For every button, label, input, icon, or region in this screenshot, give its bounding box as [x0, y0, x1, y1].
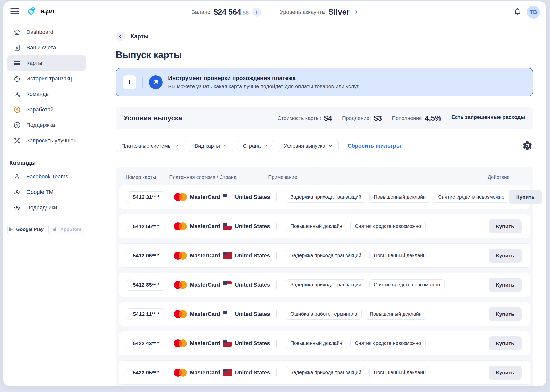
us-flag-icon [223, 252, 232, 259]
note-tag: Снятие средств невозможно [350, 338, 426, 349]
table-row: 5412 85** * MasterCard United States Зад… [119, 273, 530, 297]
sidebar-item-support[interactable]: Поддержка [7, 118, 86, 133]
country-label: United States [235, 370, 270, 376]
card-number-chip: 5422 05** * [127, 367, 165, 378]
country-cell: United States [223, 223, 274, 230]
table-header: Номер карты Платежная система / Страна П… [119, 167, 530, 185]
sidebar-item-accounts[interactable]: Ваши счета [7, 40, 86, 56]
store-button-label: Google Play [16, 227, 44, 232]
breadcrumb-label[interactable]: Карты [131, 33, 149, 40]
card-table: Номер карты Платежная система / Страна П… [116, 167, 533, 386]
card-number-chip: 5412 11** * [127, 308, 165, 320]
filter-country[interactable]: Страна [237, 140, 274, 152]
sidebar-item-dashboard[interactable]: Dashboard [7, 24, 86, 40]
sidebar-item-google-tm[interactable]: Google TM [7, 184, 86, 200]
breadcrumb: Карты [116, 32, 533, 41]
balance-value: $24 564 [214, 8, 241, 17]
mastercard-icon [174, 340, 187, 348]
topup-button[interactable]: + [252, 8, 261, 17]
dollar-circle-icon [14, 106, 21, 114]
country-cell: United States [223, 369, 274, 376]
buy-button[interactable]: Купить [489, 366, 522, 380]
card-table-body: 5412 31** * MasterCard United States Зад… [119, 185, 530, 385]
gear-icon[interactable] [522, 140, 533, 152]
payment-check-banner[interactable]: + Инструмент проверки прохождения платеж… [116, 68, 533, 96]
sidebar-item-teams[interactable]: Команды [7, 86, 86, 102]
balance-group: Баланс $24 564 .58 + [192, 2, 261, 23]
sidebar-divider [4, 152, 90, 152]
payment-system-label: MasterCard [190, 282, 220, 288]
us-flag-icon [223, 369, 232, 376]
logo-icon [26, 6, 38, 17]
note-tag: Повышенный деклайн [286, 338, 347, 349]
page-title: Выпуск карты [116, 50, 533, 60]
payment-system-cell: MasterCard [174, 252, 223, 260]
country-label: United States [235, 340, 270, 347]
sidebar-item-request-improvement[interactable]: Запросить улучшен... [7, 133, 86, 148]
buy-button[interactable]: Купить [489, 307, 522, 321]
sidebar-item-facebook-teams[interactable]: Facebook Teams [7, 169, 86, 184]
payment-system-label: MasterCard [190, 340, 220, 347]
sidebar-item-label: Ваши счета [26, 44, 56, 51]
country-cell: United States [223, 252, 274, 259]
country-cell: United States [223, 311, 274, 318]
main-content: Карты Выпуск карты + Инструмент проверки… [90, 23, 546, 386]
sidebar-item-cards[interactable]: Карты [7, 56, 86, 71]
note-tag: Задержка прихода транзакций [286, 192, 366, 203]
buy-button[interactable]: Купить [489, 336, 522, 350]
bell-icon[interactable] [512, 8, 522, 18]
mastercard-icon [174, 310, 187, 318]
note-tags: Ошибка в работе терминалаПовышенный декл… [286, 309, 426, 320]
app-logo[interactable]: e.pn [26, 6, 54, 17]
filter-card-type[interactable]: Вид карты [189, 140, 233, 152]
row-divider [276, 310, 277, 318]
table-row: 5422 43** * MasterCard United States Пов… [119, 331, 530, 356]
filter-issue-conditions[interactable]: Условия выпуска [278, 140, 338, 152]
balance-label: Баланс [192, 9, 210, 16]
sidebar-item-contractors[interactable]: Подрядчики [7, 200, 86, 216]
avatar[interactable]: TB [527, 6, 540, 19]
banner-add-button[interactable]: + [123, 76, 136, 89]
chevron-down-icon [328, 144, 333, 148]
row-divider [276, 223, 277, 230]
buy-button[interactable]: Купить [489, 220, 522, 234]
card-number-chip: 5412 06** * [127, 250, 165, 262]
card-number-chip: 5422 43** * [127, 338, 165, 349]
store-button-label: AppStore [60, 227, 82, 232]
sidebar-item-label: Dashboard [26, 29, 54, 36]
payment-system-cell: MasterCard [174, 369, 223, 377]
google-play-button[interactable]: Google Play [8, 224, 44, 235]
buy-button[interactable]: Купить [489, 249, 522, 263]
appstore-button[interactable]: AppStore [48, 224, 86, 235]
payment-system-cell: MasterCard [174, 310, 223, 318]
history-icon [14, 75, 21, 82]
sidebar: Dashboard Ваши счета Карты История транз… [4, 24, 90, 235]
note-tags: Повышенный деклайнСнятие средств невозмо… [286, 338, 426, 349]
sidebar-item-label: Google TM [26, 189, 54, 196]
column-header-note: Примечание [268, 174, 297, 180]
balance-cents: .58 [241, 10, 249, 16]
forbidden-expenses-link[interactable]: Есть запрещенные расходы [452, 114, 525, 122]
sidebar-item-label: Запросить улучшен... [26, 138, 81, 144]
note-tag: Повышенный деклайн [365, 309, 426, 320]
buy-button[interactable]: Купить [489, 278, 522, 292]
filter-payment-systems[interactable]: Платежные системы [116, 140, 185, 152]
reset-filters-link[interactable]: Сбросить фильтры [348, 143, 401, 149]
payment-system-label: MasterCard [190, 252, 220, 259]
back-button[interactable] [116, 32, 125, 41]
chevron-down-icon [223, 144, 228, 148]
sidebar-item-history[interactable]: История транзакц... [7, 71, 86, 86]
menu-icon[interactable] [10, 8, 20, 15]
payment-system-label: MasterCard [190, 370, 220, 376]
card-number-chip: 5412 31** * [127, 192, 165, 203]
account-level-group[interactable]: Уровень аккаунта Silver [280, 2, 359, 23]
country-label: United States [235, 223, 270, 230]
condition-topup-fee: Пополнение 4,5% [392, 114, 442, 122]
condition-renewal: Продление: $3 [342, 114, 382, 122]
buy-button[interactable]: Купить [509, 190, 542, 204]
sidebar-item-earn[interactable]: Заработай [7, 102, 86, 118]
country-label: United States [235, 311, 270, 318]
country-label: United States [235, 194, 270, 200]
mastercard-icon [174, 369, 187, 377]
country-cell: United States [223, 282, 274, 288]
